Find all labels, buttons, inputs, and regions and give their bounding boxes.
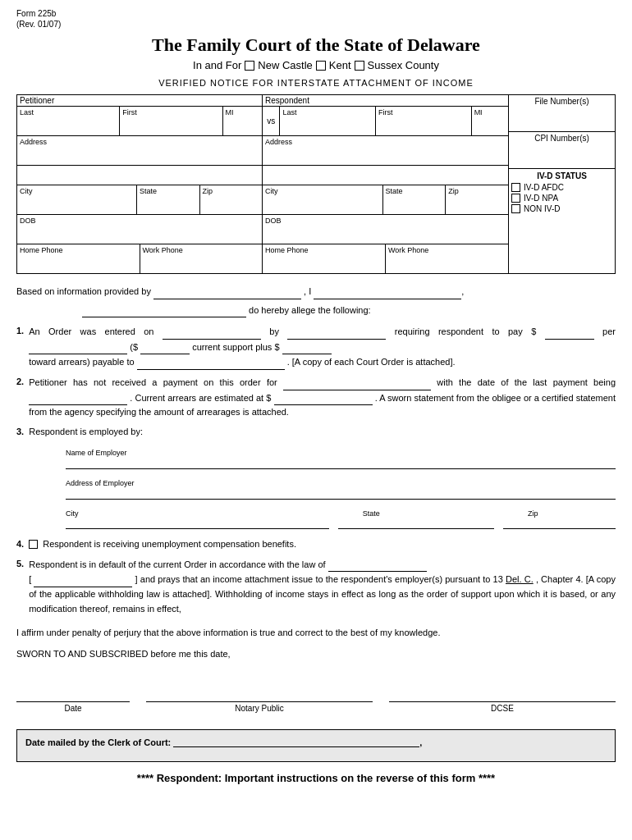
sussex-checkbox[interactable] bbox=[355, 61, 364, 71]
r-mi-label: MI bbox=[474, 108, 506, 116]
p-zip-input[interactable] bbox=[203, 197, 260, 206]
p-city-input[interactable] bbox=[20, 197, 134, 206]
p-last-input[interactable] bbox=[20, 118, 117, 127]
r-first-label: First bbox=[378, 108, 469, 116]
employer-city-label: City bbox=[66, 509, 79, 518]
p-address-input[interactable] bbox=[20, 148, 259, 157]
r-first-input[interactable] bbox=[378, 118, 469, 127]
r-work-phone-input[interactable] bbox=[388, 256, 506, 265]
item2-num: 2. bbox=[16, 375, 24, 420]
r-home-phone-label: Home Phone bbox=[265, 246, 382, 254]
p-mi-label: MI bbox=[226, 108, 259, 116]
r-last-input[interactable] bbox=[282, 118, 373, 127]
file-column: File Number(s) CPI Number(s) IV-D STATUS… bbox=[509, 94, 616, 274]
vs-label: vs bbox=[267, 116, 275, 126]
iv-d-afdc-checkbox[interactable] bbox=[511, 183, 520, 192]
p-last-label: Last bbox=[20, 108, 117, 116]
subtitle: In and For New Castle Kent Sussex County bbox=[16, 59, 616, 71]
employer-name-label: Name of Employer bbox=[66, 449, 127, 457]
file-number-section: File Number(s) bbox=[509, 95, 615, 132]
date-sig-line bbox=[16, 686, 130, 702]
p-work-phone-label: Work Phone bbox=[143, 246, 260, 254]
clerk-box-text: Date mailed by the Clerk of Court: bbox=[25, 737, 171, 747]
p-mi-input[interactable] bbox=[226, 118, 259, 127]
p-address2-input[interactable] bbox=[20, 167, 259, 176]
footer-text: **** Respondent: Important instructions … bbox=[16, 772, 616, 784]
iv-d-section: IV-D STATUS IV-D AFDC IV-D NPA NON IV-D bbox=[509, 169, 615, 217]
notary-sig-label: Notary Public bbox=[146, 704, 373, 713]
file-number-label: File Number(s) bbox=[511, 97, 612, 106]
item1-num: 1. bbox=[16, 324, 24, 370]
r-city-label: City bbox=[265, 187, 380, 195]
r-address-input[interactable] bbox=[265, 148, 506, 157]
r-state-label: State bbox=[386, 187, 443, 195]
item3-num: 3. bbox=[16, 425, 24, 440]
iv-d-npa-label: IV-D NPA bbox=[524, 194, 558, 203]
new-castle-checkbox[interactable] bbox=[245, 61, 254, 71]
respondent-label: Respondent bbox=[263, 95, 508, 107]
item4-checkbox[interactable] bbox=[29, 540, 38, 549]
p-state-label: State bbox=[140, 187, 197, 195]
r-city-input[interactable] bbox=[265, 197, 380, 206]
kent-checkbox[interactable] bbox=[316, 61, 326, 71]
r-zip-input[interactable] bbox=[448, 197, 506, 206]
petitioner-column: Petitioner Last First MI Address bbox=[16, 94, 263, 274]
item2-text: Petitioner has not received a payment on… bbox=[29, 377, 283, 387]
respondent-column: Respondent vs Last First MI Address bbox=[263, 94, 509, 274]
item5-num: 5. bbox=[16, 557, 24, 616]
r-dob-label: DOB bbox=[265, 217, 506, 225]
p-work-phone-input[interactable] bbox=[143, 256, 260, 265]
based-on-text: Based on information provided by bbox=[16, 286, 151, 296]
p-state-input[interactable] bbox=[140, 197, 197, 206]
r-work-phone-label: Work Phone bbox=[388, 246, 506, 254]
r-last-label: Last bbox=[282, 108, 373, 116]
i-label: , I bbox=[304, 286, 311, 296]
p-dob-input[interactable] bbox=[20, 226, 259, 235]
p-first-input[interactable] bbox=[122, 118, 219, 127]
petitioner-label: Petitioner bbox=[17, 95, 262, 107]
notice-title: VERIFIED NOTICE FOR INTERSTATE ATTACHMEN… bbox=[16, 78, 616, 88]
cpi-number-section: CPI Number(s) bbox=[509, 132, 615, 169]
form-number: Form 225b (Rev. 01/07) bbox=[16, 8, 616, 30]
p-dob-label: DOB bbox=[20, 217, 259, 225]
r-state-input[interactable] bbox=[386, 197, 443, 206]
employer-section: Name of Employer Address of Employer Cit… bbox=[66, 445, 616, 529]
cpi-number-input[interactable] bbox=[511, 143, 612, 152]
p-home-phone-label: Home Phone bbox=[20, 246, 137, 254]
do-hereby-text: do hereby allege the following: bbox=[249, 305, 371, 315]
item5-text-before: Respondent is in default of the current … bbox=[29, 559, 325, 569]
affirm-text: I affirm under penalty of perjury that t… bbox=[16, 626, 616, 641]
sworn-text: SWORN TO AND SUBSCRIBED before me this d… bbox=[16, 647, 616, 662]
iv-d-title: IV-D STATUS bbox=[511, 171, 612, 180]
iv-d-afdc-label: IV-D AFDC bbox=[524, 183, 564, 192]
non-iv-d-checkbox[interactable] bbox=[511, 204, 520, 213]
r-address2-input[interactable] bbox=[265, 167, 506, 176]
p-city-label: City bbox=[20, 187, 134, 195]
file-number-input[interactable] bbox=[511, 106, 612, 115]
item4-text: Respondent is receiving unemployment com… bbox=[43, 537, 296, 552]
employer-address-label: Address of Employer bbox=[66, 479, 135, 487]
del-c-text: Del. C. bbox=[506, 574, 534, 584]
r-home-phone-input[interactable] bbox=[265, 256, 382, 265]
dcse-sig-label: DCSE bbox=[389, 704, 616, 713]
r-zip-label: Zip bbox=[448, 187, 506, 195]
r-dob-input[interactable] bbox=[265, 226, 506, 235]
item3-text: Respondent is employed by: bbox=[29, 427, 143, 436]
r-address-label: Address bbox=[265, 138, 506, 146]
item1-text: An Order was entered on bbox=[29, 326, 163, 336]
main-title: The Family Court of the State of Delawar… bbox=[16, 34, 616, 56]
item5-text-after: ] and prays that an income attachment is… bbox=[135, 574, 503, 584]
p-first-label: First bbox=[122, 108, 219, 116]
clerk-box: Date mailed by the Clerk of Court: , bbox=[16, 729, 616, 762]
item4-num: 4. bbox=[16, 537, 24, 552]
non-iv-d-label: NON IV-D bbox=[524, 204, 560, 213]
iv-d-npa-checkbox[interactable] bbox=[511, 194, 520, 203]
p-home-phone-input[interactable] bbox=[20, 256, 137, 265]
notary-sig-line bbox=[146, 686, 373, 702]
cpi-number-label: CPI Number(s) bbox=[511, 134, 612, 143]
dcse-sig-line bbox=[389, 686, 616, 702]
p-zip-label: Zip bbox=[203, 187, 260, 195]
p-address-label: Address bbox=[20, 138, 259, 146]
employer-zip-label: Zip bbox=[528, 509, 538, 518]
r-mi-input[interactable] bbox=[474, 118, 506, 127]
